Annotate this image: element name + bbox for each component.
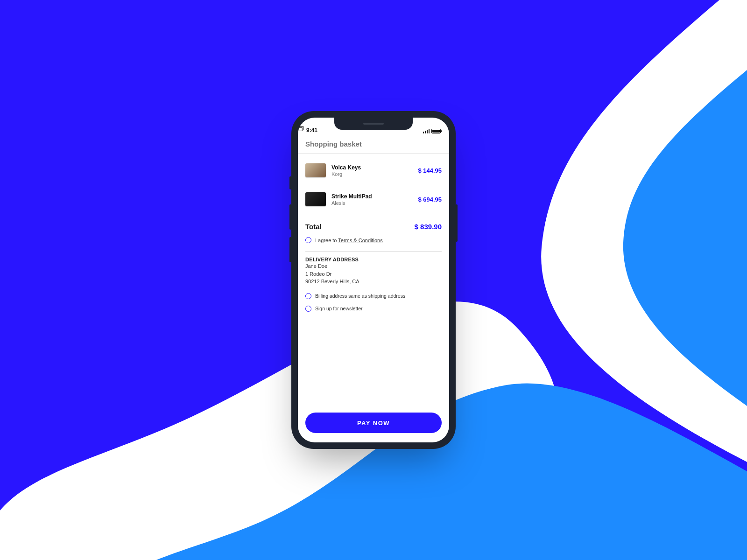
delivery-name: Jane Doe bbox=[305, 262, 359, 270]
total-value: $ 839.90 bbox=[415, 223, 442, 231]
phone-screen: 9:41 Shopping basket Volca Keys bbox=[298, 118, 449, 442]
delivery-heading: DELIVERY ADDRESS bbox=[305, 257, 359, 262]
phone-side-button bbox=[289, 237, 291, 262]
phone-side-button bbox=[289, 176, 291, 189]
total-row: Total $ 839.90 bbox=[305, 214, 442, 235]
total-label: Total bbox=[305, 223, 322, 231]
terms-text: I agree to Terms & Conditions bbox=[315, 238, 383, 243]
terms-link[interactable]: Terms & Conditions bbox=[338, 238, 382, 243]
cart-item: Volca Keys Korg $ 144.95 bbox=[305, 156, 442, 185]
phone-side-button bbox=[289, 204, 291, 230]
newsletter-label: Sign up for newsletter bbox=[315, 306, 363, 311]
phone-mockup: 9:41 Shopping basket Volca Keys bbox=[291, 111, 456, 449]
canvas-background: 9:41 Shopping basket Volca Keys bbox=[0, 0, 747, 560]
product-price: $ 144.95 bbox=[418, 167, 442, 174]
screen-footer: PAY NOW bbox=[298, 407, 449, 442]
status-time: 9:41 bbox=[306, 127, 317, 133]
checkbox-icon[interactable] bbox=[305, 306, 311, 312]
newsletter-checkbox-row[interactable]: Sign up for newsletter bbox=[305, 304, 442, 314]
page-title: Shopping basket bbox=[305, 140, 442, 148]
product-thumbnail bbox=[305, 192, 326, 206]
product-brand: Alesis bbox=[331, 200, 412, 206]
pay-now-button[interactable]: PAY NOW bbox=[305, 413, 442, 433]
billing-same-label: Billing address same as shipping address bbox=[315, 293, 405, 299]
checkbox-icon[interactable] bbox=[305, 237, 311, 243]
delivery-street: 1 Rodeo Dr bbox=[305, 270, 359, 278]
delivery-address-block: DELIVERY ADDRESS Jane Doe 1 Rodeo Dr 902… bbox=[305, 252, 442, 314]
billing-same-checkbox-row[interactable]: Billing address same as shipping address bbox=[305, 291, 442, 301]
product-brand: Korg bbox=[331, 171, 412, 177]
battery-icon bbox=[431, 129, 441, 133]
cart-item: Strike MultiPad Alesis $ 694.95 bbox=[305, 185, 442, 214]
delivery-citystate: 90212 Beverly Hills, CA bbox=[305, 278, 359, 286]
screen-header: Shopping basket bbox=[298, 135, 449, 154]
checkbox-icon[interactable] bbox=[305, 293, 311, 299]
product-name: Strike MultiPad bbox=[331, 193, 412, 200]
product-thumbnail bbox=[305, 163, 326, 177]
screen-content: Volca Keys Korg $ 144.95 Strike MultiPad… bbox=[298, 154, 449, 407]
terms-checkbox-row[interactable]: I agree to Terms & Conditions bbox=[305, 235, 442, 245]
signal-icon bbox=[423, 129, 430, 133]
product-name: Volca Keys bbox=[331, 164, 412, 171]
product-price: $ 694.95 bbox=[418, 196, 442, 203]
phone-side-button bbox=[456, 204, 458, 242]
phone-notch bbox=[334, 118, 413, 130]
